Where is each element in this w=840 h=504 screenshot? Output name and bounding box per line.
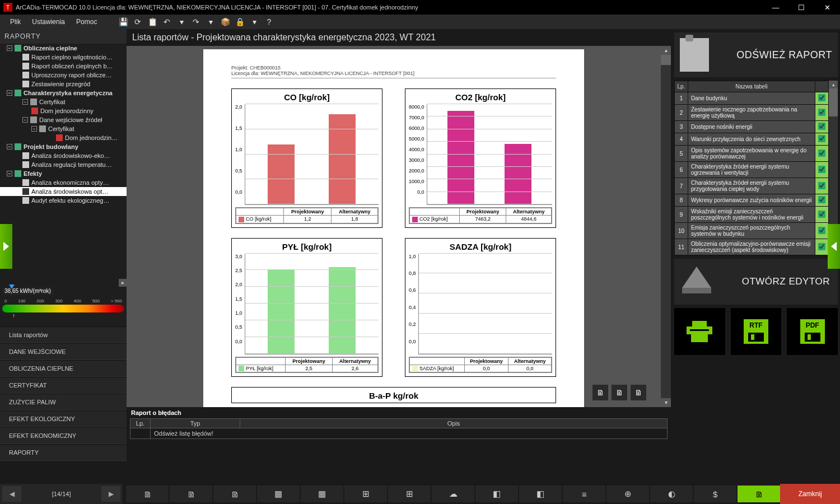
export-pdf-button[interactable]: PDF	[787, 308, 838, 355]
tool-1[interactable]: 🗎	[126, 486, 169, 502]
close-window-button[interactable]: ✕	[814, 0, 840, 15]
export-doc-icon[interactable]: 🗎	[592, 385, 608, 400]
tree-node[interactable]: Analiza środowiskowo-eko…	[0, 151, 127, 160]
menu-help[interactable]: Pomoc	[72, 16, 101, 27]
table-row[interactable]: 6Charakterystyka źródeł energii systemu …	[675, 162, 829, 178]
tree-node[interactable]: Dom jednorodzin…	[0, 133, 127, 142]
nav-item[interactable]: DANE WEJŚCIOWE	[0, 343, 127, 360]
tool-reports-active[interactable]: 🗎	[738, 486, 780, 502]
lock-dropdown-icon[interactable]: ▾	[248, 16, 260, 28]
page-next-button[interactable]: ▶	[101, 486, 120, 502]
row-checkbox[interactable]	[818, 123, 825, 130]
report-tree[interactable]: −Obliczenia cieplne Raport cieplno wilgo…	[0, 44, 127, 279]
export-rtf-button[interactable]: RTF	[731, 308, 782, 355]
tool-4[interactable]: ▦	[257, 486, 300, 502]
menu-settings[interactable]: Ustawienia	[27, 16, 69, 27]
tool-9[interactable]: ◧	[475, 486, 518, 502]
tool-14[interactable]: $	[694, 486, 736, 502]
tree-node[interactable]: Zestawienie przegród	[0, 80, 127, 88]
refresh-icon[interactable]: ⟳	[132, 16, 144, 28]
row-checkbox[interactable]	[818, 196, 825, 203]
table-row[interactable]: 10Emisja zanieczyszczeń poszczególnych s…	[675, 223, 829, 239]
tree-node[interactable]: −Certyfikat	[0, 97, 127, 106]
lock-icon[interactable]: 🔒	[234, 16, 246, 28]
row-checkbox[interactable]	[818, 243, 825, 250]
table-row[interactable]: 5Opis systemów zapotrzebowania w energię…	[675, 146, 829, 162]
tool-10[interactable]: ◧	[519, 486, 562, 502]
refresh-report-button[interactable]: ODŚWIEŻ RAPORT	[674, 32, 838, 77]
tool-12[interactable]: ⊕	[606, 486, 649, 502]
tool-2[interactable]: 🗎	[170, 486, 212, 502]
copy-icon[interactable]: 📋	[146, 16, 158, 28]
table-row[interactable]: 8Wykresy porównawcze zużycia nośników en…	[675, 194, 829, 207]
error-row[interactable]: Odśwież listę błędów!	[130, 428, 668, 439]
table-row[interactable]: 11Obliczenia optymalizacyjno-porównawcze…	[675, 239, 829, 255]
tool-6[interactable]: ⊞	[344, 486, 387, 502]
row-checkbox[interactable]	[818, 166, 825, 173]
tool-8[interactable]: ☁	[432, 486, 474, 502]
package-icon[interactable]: 📦	[219, 16, 231, 28]
table-row[interactable]: 4Warunki przyłączenia do sieci zewnętrzn…	[675, 133, 829, 146]
edge-tab-right[interactable]	[828, 224, 840, 269]
tree-node[interactable]: Audyt efektu ekologiczneg…	[0, 196, 127, 205]
open-editor-button[interactable]: OTWÓRZ EDYTOR	[674, 259, 838, 305]
edge-tab-left[interactable]	[0, 224, 12, 269]
row-checkbox[interactable]	[818, 227, 825, 234]
row-checkbox[interactable]	[818, 135, 825, 142]
redo-dropdown-icon[interactable]: ▾	[204, 16, 217, 28]
nav-item[interactable]: Lista raportów	[0, 326, 127, 343]
export-doc2-icon[interactable]: 🗎	[612, 385, 627, 400]
report-v-scrollbar[interactable]: ▴▾	[661, 46, 671, 407]
nav-item[interactable]: OBLICZENIA CIEPLNE	[0, 360, 127, 377]
nav-item[interactable]: ZUŻYCIE PALIW	[0, 394, 127, 410]
maximize-button[interactable]: ☐	[788, 0, 814, 15]
tool-11[interactable]: ≡	[563, 486, 605, 502]
page-nav: ◀ [14/14] ▶	[0, 484, 123, 504]
nav-item[interactable]: EFEKT EKOLOGICZNY	[0, 410, 127, 427]
undo-icon[interactable]: ↶	[161, 16, 173, 28]
undo-dropdown-icon[interactable]: ▾	[175, 16, 188, 28]
nav-item[interactable]: RAPORTY	[0, 444, 127, 461]
table-row[interactable]: 9Wskaźniki emisji zanieczyszczeń poszcze…	[675, 207, 829, 223]
row-checkbox[interactable]	[818, 211, 825, 218]
tree-node-efekty[interactable]: −Efekty	[0, 169, 127, 178]
tree-node-charakt[interactable]: −Charakterystyka energetyczna	[0, 88, 127, 97]
table-row[interactable]: 2Zestawienie rocznego zapotrzebowania na…	[675, 105, 829, 121]
tree-node-obliczenia[interactable]: −Obliczenia cieplne	[0, 44, 127, 53]
print-button[interactable]	[674, 308, 725, 355]
row-checkbox[interactable]	[818, 109, 825, 116]
row-checkbox[interactable]	[818, 150, 825, 157]
tree-node-selected[interactable]: Analiza środowiskowa opt…	[0, 187, 127, 196]
table-row[interactable]: 7Charakterystyka źródeł energii systemu …	[675, 178, 829, 194]
tree-node-projekt[interactable]: −Projekt budowlany	[0, 142, 127, 151]
energy-gauge: 38,65 kWh/(m²rok) 0100200300400500> 500 …	[0, 279, 127, 322]
report-viewport[interactable]: Projekt: CHEB000015 Licencja dla: WEWNĘT…	[127, 46, 671, 407]
tree-node[interactable]: Raport obliczeń cieplnych b…	[0, 62, 127, 71]
redo-icon[interactable]: ↷	[190, 16, 202, 28]
tool-3[interactable]: 🗎	[213, 486, 256, 502]
tool-5[interactable]: ▦	[301, 486, 343, 502]
minimize-button[interactable]: —	[763, 0, 788, 15]
tree-node[interactable]: Raport cieplno wilgotnościo…	[0, 53, 127, 62]
tree-node[interactable]: Analiza ekonomiczna opty…	[0, 178, 127, 187]
tool-7[interactable]: ⊞	[388, 486, 431, 502]
tree-node[interactable]: Uproszczony raport oblicze…	[0, 71, 127, 80]
tree-node[interactable]: −Dane wejściowe źródeł	[0, 115, 127, 124]
nav-item[interactable]: CERTYFIKAT	[0, 377, 127, 394]
tree-node[interactable]: −Certyfikat	[0, 124, 127, 133]
nav-item[interactable]: EFEKT EKONOMICZNY	[0, 427, 127, 444]
page-prev-button[interactable]: ◀	[2, 486, 21, 502]
tree-node[interactable]: Dom jednorodzinny	[0, 106, 127, 115]
table-row[interactable]: 3Dostępne nośniki energii	[675, 121, 829, 133]
help-icon[interactable]: ?	[263, 16, 275, 28]
row-checkbox[interactable]	[818, 94, 825, 101]
row-checkbox[interactable]	[818, 182, 825, 189]
disk-pdf-icon: PDF	[800, 319, 825, 344]
export-doc3-icon[interactable]: 🗎	[631, 385, 646, 400]
save-icon[interactable]: 💾	[117, 16, 129, 28]
menu-file[interactable]: Plik	[6, 16, 25, 27]
tool-13[interactable]: ◐	[650, 486, 693, 502]
tree-node[interactable]: Analiza regulacji temperatu…	[0, 160, 127, 169]
table-row[interactable]: 1Dane budynku	[675, 92, 829, 105]
close-button[interactable]: Zamknij	[780, 484, 840, 504]
